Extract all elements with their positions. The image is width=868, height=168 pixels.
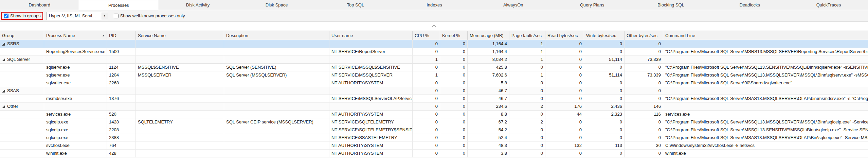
cell-user-name <box>329 103 413 111</box>
column-header-cpu[interactable]: CPU % <box>413 31 440 40</box>
process-types-dropdown-value[interactable]: Hyper-V, IIS, ML Servi... <box>47 12 100 20</box>
cell-page-faults: 0 <box>509 134 545 142</box>
cell-kernel: 0 <box>440 118 468 126</box>
cell-cpu: 0 <box>413 40 440 48</box>
tab-indexes[interactable]: Indexes <box>395 0 474 10</box>
show-in-groups-checkbox[interactable] <box>4 14 8 18</box>
process-row[interactable]: wininit.exe428NT AUTHORITY\SYSTEM003.800… <box>0 150 868 157</box>
tab-disk-activity[interactable]: Disk Activity <box>158 0 237 10</box>
cell-service-name <box>136 56 224 64</box>
process-row[interactable]: services.exe520NT AUTHORITY\SYSTEM008.80… <box>0 111 868 118</box>
show-in-groups-label: Show in groups <box>10 13 41 18</box>
cell-description <box>224 87 329 95</box>
cell-service-name <box>136 150 224 157</box>
cell-other: 0 <box>625 79 663 87</box>
group-expander-icon[interactable] <box>2 43 5 46</box>
tab-dashboard[interactable]: Dashboard <box>0 0 79 10</box>
cell-write: 2,323 <box>584 111 625 118</box>
column-header-mem-usage[interactable]: Mem usage (MB) <box>468 31 509 40</box>
cell-other: 0 <box>625 95 663 103</box>
process-row[interactable]: sqlceip.exe2388NT SERVICE\SSASTELEMETRY0… <box>0 134 868 142</box>
cell-description <box>224 56 329 64</box>
group-row-ssas[interactable]: SSAS0046.70000 <box>0 87 868 95</box>
cell-pid <box>107 40 136 48</box>
cell-pid: 1124 <box>107 64 136 71</box>
cell-other: 0 <box>625 48 663 56</box>
cell-write: 0 <box>584 95 625 103</box>
grid-header-row: Group Process Name ▲ PID Service Name De… <box>0 31 868 40</box>
cell-group <box>0 150 44 157</box>
dropdown-arrow-button[interactable]: ▼ <box>101 12 108 20</box>
cell-cpu: 0 <box>413 48 440 56</box>
process-types-dropdown[interactable]: Hyper-V, IIS, ML Servi... ▼ <box>47 12 108 20</box>
cell-write: 0 <box>584 64 625 71</box>
process-row[interactable]: ReportingServicesService.exe1500NT SERVI… <box>0 48 868 56</box>
sort-ascending-icon: ▲ <box>102 31 105 40</box>
tab-deadlocks[interactable]: Deadlocks <box>710 0 789 10</box>
process-row[interactable]: sqlceip.exe2208NT SERVICE\SQLTELEMETRY$S… <box>0 126 868 134</box>
cell-user-name: NT SERVICE\MSSQLServerOLAPService <box>329 95 413 103</box>
cell-read: 132 <box>545 142 584 150</box>
cell-other: 73,339 <box>625 56 663 64</box>
column-header-kernel[interactable]: Kernel % <box>440 31 468 40</box>
cell-pid: 764 <box>107 142 136 150</box>
cell-description <box>224 142 329 150</box>
cell-other: 0 <box>625 134 663 142</box>
cell-group <box>0 134 44 142</box>
column-header-service-name[interactable]: Service Name <box>136 31 224 40</box>
cell-group: SSAS <box>0 87 44 95</box>
process-row[interactable]: sqlwriter.exe2268NT AUTHORITY\SYSTEM005.… <box>0 79 868 87</box>
cell-write: 0 <box>584 134 625 142</box>
cell-service-name <box>136 48 224 56</box>
cell-group <box>0 79 44 87</box>
cell-user-name: NT SERVICE\MSSQL$SENSITIVE <box>329 64 413 71</box>
group-row-ssrs[interactable]: SSRS001,164.41000 <box>0 40 868 48</box>
group-expander-icon[interactable] <box>2 105 5 108</box>
column-header-user-name[interactable]: User name <box>329 31 413 40</box>
column-header-other-bytes[interactable]: Other bytes/sec <box>625 31 663 40</box>
cell-group: Other <box>0 103 44 111</box>
tab-processes[interactable]: Processes <box>79 0 158 10</box>
group-row-sql-server[interactable]: SQL Server108,034.21051,11473,339 <box>0 56 868 64</box>
collapse-panel-button[interactable] <box>428 23 440 29</box>
group-row-other[interactable]: Other00234.621762,436146 <box>0 103 868 111</box>
tab-blocking-sql[interactable]: Blocking SQL <box>632 0 710 10</box>
column-header-process-name[interactable]: Process Name ▲ <box>44 31 107 40</box>
cell-mem: 52.4 <box>468 134 509 142</box>
cell-group <box>0 118 44 126</box>
show-in-groups-option[interactable]: Show in groups <box>1 12 43 20</box>
tab-query-plans[interactable]: Query Plans <box>553 0 631 10</box>
tab-alwayson[interactable]: AlwaysOn <box>474 0 553 10</box>
cell-user-name: NT SERVICE\ReportServer <box>329 48 413 56</box>
column-header-command-line[interactable]: Command Line <box>663 31 868 40</box>
cell-kernel: 0 <box>440 48 468 56</box>
show-well-known-checkbox[interactable] <box>114 14 119 18</box>
column-header-group[interactable]: Group <box>0 31 44 40</box>
cell-cpu: 0 <box>413 87 440 95</box>
column-header-description[interactable]: Description <box>224 31 329 40</box>
cell-process-name: services.exe <box>44 111 107 118</box>
cell-cpu: 0 <box>413 64 440 71</box>
cell-description: SQL Server (SENSITIVE) <box>224 64 329 71</box>
tab-quicktraces[interactable]: QuickTraces <box>789 0 868 10</box>
process-row[interactable]: sqlceip.exe1428SQLTELEMETRYSQL Server CE… <box>0 118 868 126</box>
cell-description <box>224 103 329 111</box>
column-header-page-faults[interactable]: Page faults/sec <box>509 31 545 40</box>
cell-user-name <box>329 56 413 64</box>
column-header-pid[interactable]: PID <box>107 31 136 40</box>
group-expander-icon[interactable] <box>2 58 5 61</box>
cell-write: 0 <box>584 126 625 134</box>
process-row[interactable]: sqlservr.exe1124MSSQL$SENSITIVESQL Serve… <box>0 64 868 71</box>
cell-page-faults: 0 <box>509 126 545 134</box>
column-header-write-bytes[interactable]: Write bytes/sec <box>584 31 625 40</box>
tab-top-sql[interactable]: Top SQL <box>316 0 395 10</box>
process-row[interactable]: msmdsrv.exe1376NT SERVICE\MSSQLServerOLA… <box>0 95 868 103</box>
group-expander-icon[interactable] <box>2 89 5 93</box>
cell-process-name <box>44 56 107 64</box>
show-well-known-option[interactable]: Show well-known processes only <box>112 12 187 19</box>
column-header-read-bytes[interactable]: Read bytes/sec <box>545 31 584 40</box>
process-row[interactable]: sqlservr.exe1204MSSQLSERVERSQL Server (M… <box>0 71 868 79</box>
cell-page-faults: 0 <box>509 87 545 95</box>
tab-disk-space[interactable]: Disk Space <box>237 0 316 10</box>
process-row[interactable]: svchost.exe764NT AUTHORITY\SYSTEM0048.30… <box>0 142 868 150</box>
